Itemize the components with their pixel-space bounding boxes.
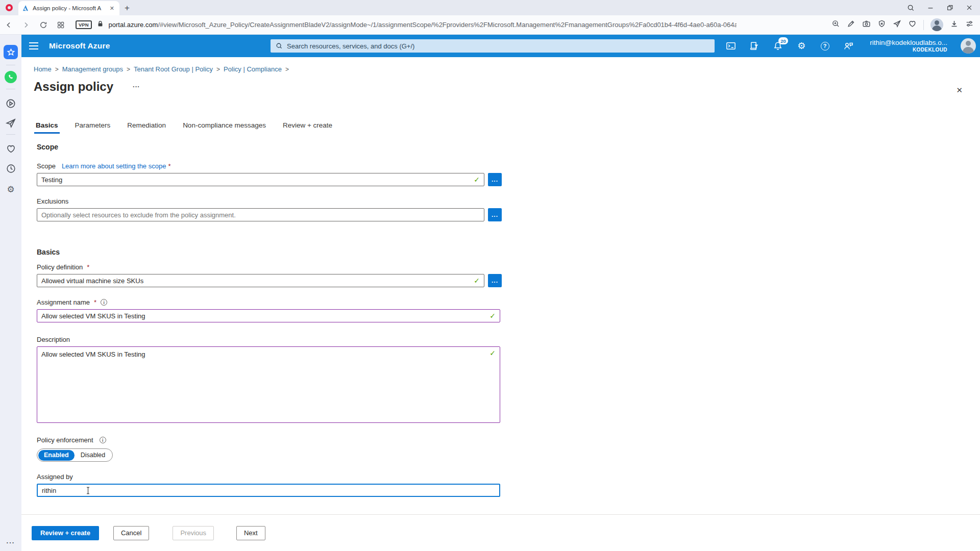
enforcement-disabled-option[interactable]: Disabled: [75, 452, 112, 459]
feedback-icon[interactable]: [843, 41, 853, 51]
snapshot-camera-icon[interactable]: [862, 19, 871, 30]
window-restore-icon[interactable]: [946, 4, 953, 11]
flow-paper-plane-icon[interactable]: [5, 117, 16, 129]
directory-filter-icon[interactable]: [749, 41, 760, 51]
adblock-shield-icon[interactable]: [877, 19, 886, 30]
info-icon[interactable]: i: [101, 299, 107, 306]
azure-portal: Microsoft Azure 20 ⚙ ? rithin@kodekloudl…: [21, 35, 980, 551]
forward-icon[interactable]: [17, 21, 35, 29]
window-close-icon[interactable]: [966, 4, 973, 11]
notification-count-badge: 20: [778, 37, 789, 44]
text-cursor-icon: [86, 487, 90, 496]
previous-button[interactable]: Previous: [173, 526, 214, 540]
breadcrumb: Home>Management groups>Tenant Root Group…: [21, 57, 980, 73]
start-page-button[interactable]: [4, 45, 18, 59]
breadcrumb-tenant-root-group[interactable]: Tenant Root Group | Policy: [134, 65, 213, 73]
description-label: Description: [37, 336, 70, 343]
wizard-footer: Review + create Cancel Previous Next: [21, 514, 980, 551]
vpn-badge[interactable]: VPN: [76, 20, 92, 29]
opera-sidebar: ⚙ ...: [0, 35, 21, 551]
my-flow-send-icon[interactable]: [893, 19, 901, 30]
portal-search-input[interactable]: [287, 42, 685, 50]
portal-search-box[interactable]: [271, 39, 715, 53]
new-tab-button[interactable]: +: [119, 1, 135, 15]
player-icon[interactable]: [5, 98, 16, 109]
browser-urlbar: VPN portal.azure.com/#view/Microsoft_Azu…: [0, 15, 980, 35]
valid-check-icon: ✓: [489, 312, 496, 320]
screen: Assign policy - Microsoft A ✕ + VPN port…: [0, 0, 980, 551]
browser-tab-active[interactable]: Assign policy - Microsoft A ✕: [18, 1, 119, 15]
assigned-by-label: Assigned by: [37, 473, 73, 481]
assignment-name-input[interactable]: [37, 309, 500, 322]
whatsapp-icon[interactable]: [5, 71, 17, 83]
policy-enforcement-label: Policy enforcement: [37, 436, 93, 444]
breadcrumb-home[interactable]: Home: [34, 65, 52, 73]
bookmarks-heart-icon[interactable]: [6, 143, 16, 154]
exclusions-picker-button[interactable]: ...: [488, 208, 502, 221]
azure-header-actions: 20 ⚙ ? rithin@kodekloudlabs.o... KODEKLO…: [726, 35, 976, 57]
scope-picker-button[interactable]: ...: [488, 173, 502, 186]
enforcement-enabled-option[interactable]: Enabled: [38, 450, 75, 461]
review-create-button[interactable]: Review + create: [32, 526, 99, 540]
bookmark-heart-icon[interactable]: [908, 19, 917, 30]
wizard-tabs: Basics Parameters Remediation Non-compli…: [36, 121, 980, 134]
breadcrumb-management-groups[interactable]: Management groups: [62, 65, 123, 73]
policy-definition-picker-button[interactable]: ...: [488, 274, 502, 287]
urlbar-actions: [831, 18, 980, 31]
assignment-name-label: Assignment name: [37, 298, 90, 306]
history-clock-icon[interactable]: [6, 163, 16, 174]
divider: [6, 89, 15, 89]
url-text[interactable]: portal.azure.com/#view/Microsoft_Azure_P…: [109, 21, 737, 29]
tab-search-icon[interactable]: [907, 4, 915, 12]
lock-icon[interactable]: [96, 20, 104, 30]
account-avatar[interactable]: [961, 38, 976, 54]
tab-remediation[interactable]: Remediation: [127, 121, 166, 134]
back-icon[interactable]: [0, 21, 17, 29]
azure-header: Microsoft Azure 20 ⚙ ? rithin@kodekloudl…: [21, 35, 980, 57]
sidebar-ellipsis-button[interactable]: ...: [7, 537, 15, 545]
tab-review-create[interactable]: Review + create: [283, 121, 332, 134]
valid-check-icon: ✓: [474, 176, 480, 184]
azure-brand[interactable]: Microsoft Azure: [49, 41, 110, 51]
breadcrumb-policy-compliance[interactable]: Policy | Compliance: [224, 65, 282, 73]
azure-content: Home>Management groups>Tenant Root Group…: [21, 57, 980, 551]
help-icon[interactable]: ?: [820, 41, 830, 51]
opera-menu-button[interactable]: [0, 0, 18, 15]
tab-basics[interactable]: Basics: [36, 121, 58, 134]
portal-settings-gear-icon[interactable]: ⚙: [796, 41, 806, 51]
browser-profile-avatar[interactable]: [930, 18, 943, 31]
next-button[interactable]: Next: [236, 526, 265, 540]
easy-setup-sliders-icon[interactable]: [965, 19, 974, 30]
cloud-shell-icon[interactable]: [726, 41, 736, 51]
page-title: Assign policy: [34, 80, 113, 94]
description-textarea[interactable]: Allow selected VM SKUS in Testing: [37, 346, 500, 423]
scope-section-heading: Scope: [37, 143, 980, 151]
policy-definition-input[interactable]: [37, 274, 484, 287]
tab-parameters[interactable]: Parameters: [75, 121, 111, 134]
zoom-in-icon[interactable]: [831, 19, 840, 30]
exclusions-input[interactable]: [37, 208, 484, 221]
scope-learn-more-link[interactable]: Learn more about setting the scope: [62, 162, 166, 170]
account-info[interactable]: rithin@kodekloudlabs.o... KODEKLOUD: [870, 39, 947, 53]
scope-input[interactable]: [37, 173, 484, 186]
downloads-icon[interactable]: [950, 19, 959, 30]
tab-non-compliance-messages[interactable]: Non-compliance messages: [183, 121, 266, 134]
pinboard-icon[interactable]: [847, 19, 855, 30]
notifications-bell-icon[interactable]: 20: [773, 41, 783, 51]
assigned-by-input[interactable]: [37, 484, 500, 497]
blade-close-icon[interactable]: ✕: [956, 86, 963, 95]
cancel-button[interactable]: Cancel: [113, 526, 149, 540]
sidebar-settings-gear-icon[interactable]: ⚙: [7, 184, 14, 195]
reload-icon[interactable]: [35, 21, 52, 29]
portal-menu-hamburger-icon[interactable]: [21, 35, 46, 57]
info-icon[interactable]: i: [100, 437, 106, 443]
browser-tabstrip: Assign policy - Microsoft A ✕ +: [0, 0, 980, 15]
azure-favicon-icon: [22, 5, 30, 12]
account-email: rithin@kodekloudlabs.o...: [870, 39, 947, 47]
title-context-menu-icon[interactable]: ...: [133, 81, 140, 89]
policy-enforcement-toggle: Enabled Disabled: [37, 448, 113, 462]
url-domain: portal.azure.com: [109, 21, 158, 29]
tab-close-icon[interactable]: ✕: [109, 5, 115, 12]
speed-dial-icon[interactable]: [52, 21, 69, 29]
window-minimize-icon[interactable]: [927, 4, 934, 11]
